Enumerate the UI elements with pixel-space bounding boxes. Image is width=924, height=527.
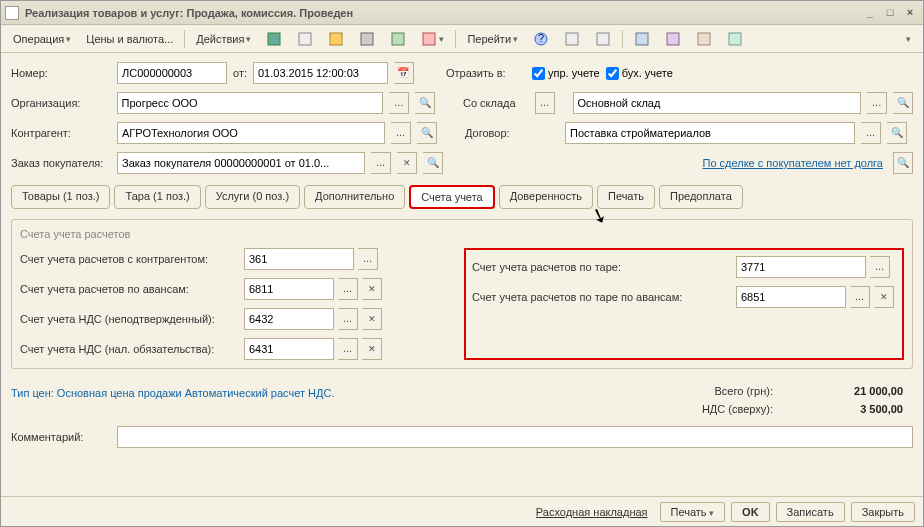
tab-prepay[interactable]: Предоплата bbox=[659, 185, 743, 209]
acc-tare-input[interactable] bbox=[736, 256, 866, 278]
toolbar-icon-6[interactable] bbox=[415, 28, 450, 50]
minimize-button[interactable]: _ bbox=[861, 5, 879, 21]
separator bbox=[622, 30, 623, 48]
deal-link[interactable]: По сделке с покупателем нет долга bbox=[702, 157, 883, 169]
operation-menu[interactable]: Операция bbox=[7, 30, 77, 48]
toolbar-icon-9[interactable] bbox=[628, 28, 656, 50]
counterparty-select-button[interactable] bbox=[391, 122, 411, 144]
contract-input[interactable] bbox=[565, 122, 855, 144]
close-button[interactable]: × bbox=[901, 5, 919, 21]
acc-tare-adv-select[interactable] bbox=[850, 286, 870, 308]
svg-rect-11 bbox=[667, 33, 679, 45]
org-select-button[interactable] bbox=[389, 92, 409, 114]
warehouse-lookup-button[interactable] bbox=[893, 92, 913, 114]
contract-select-button[interactable] bbox=[861, 122, 881, 144]
toolbar-icon-3[interactable] bbox=[322, 28, 350, 50]
acc-vat1-clear[interactable] bbox=[362, 308, 382, 330]
tab-accounts[interactable]: Счета учета bbox=[409, 185, 494, 209]
acc-vat2-input[interactable] bbox=[244, 338, 334, 360]
invoice-link[interactable]: Расходная накладная bbox=[536, 506, 648, 518]
warehouse-input[interactable] bbox=[573, 92, 862, 114]
total-label: Всего (грн): bbox=[715, 385, 774, 397]
toolbar-icon-11[interactable] bbox=[690, 28, 718, 50]
toolbar-more[interactable] bbox=[900, 31, 917, 47]
toolbar-icon-2[interactable] bbox=[291, 28, 319, 50]
tab-services[interactable]: Услуги (0 поз.) bbox=[205, 185, 300, 209]
toolbar-icon-10[interactable] bbox=[659, 28, 687, 50]
order-input[interactable] bbox=[117, 152, 365, 174]
comment-input[interactable] bbox=[117, 426, 913, 448]
close-form-button[interactable]: Закрыть bbox=[851, 502, 915, 522]
org-lookup-button[interactable] bbox=[415, 92, 435, 114]
warehouse-select-button[interactable] bbox=[867, 92, 887, 114]
acc-advance-select[interactable] bbox=[338, 278, 358, 300]
svg-text:?: ? bbox=[538, 32, 544, 44]
toolbar-icon-4[interactable] bbox=[353, 28, 381, 50]
svg-rect-12 bbox=[698, 33, 710, 45]
tab-proxy[interactable]: Доверенность bbox=[499, 185, 593, 209]
toolbar-icon-5[interactable] bbox=[384, 28, 412, 50]
tare-accounts-highlight: Счет учета расчетов по таре: Счет учета … bbox=[464, 248, 904, 360]
acc-vat1-label: Счет учета НДС (неподтвержденный): bbox=[20, 313, 240, 325]
acc-tare-label: Счет учета расчетов по таре: bbox=[472, 261, 732, 273]
counterparty-input[interactable] bbox=[117, 122, 385, 144]
warehouse-type-button[interactable] bbox=[535, 92, 555, 114]
acc-vat1-select[interactable] bbox=[338, 308, 358, 330]
content-area: Номер: от: Отразить в: упр. учете бух. у… bbox=[1, 53, 923, 496]
acc-vat1-input[interactable] bbox=[244, 308, 334, 330]
buh-checkbox[interactable]: бух. учете bbox=[606, 67, 673, 80]
help-icon[interactable]: ? bbox=[527, 28, 555, 50]
svg-rect-0 bbox=[268, 33, 280, 45]
accounts-group: Счета учета расчетов Счет учета расчетов… bbox=[11, 219, 913, 369]
tab-additional[interactable]: Дополнительно bbox=[304, 185, 405, 209]
upr-checkbox[interactable]: упр. учете bbox=[532, 67, 600, 80]
order-select-button[interactable] bbox=[371, 152, 391, 174]
acc-advance-label: Счет учета расчетов по авансам: bbox=[20, 283, 240, 295]
totals: Всего (грн): 21 000,00 НДС (сверху): 3 5… bbox=[702, 385, 913, 415]
deal-lookup-button[interactable] bbox=[893, 152, 913, 174]
toolbar-icon-7[interactable] bbox=[558, 28, 586, 50]
acc-advance-clear[interactable] bbox=[362, 278, 382, 300]
counterparty-lookup-button[interactable] bbox=[417, 122, 437, 144]
goto-menu[interactable]: Перейти bbox=[461, 30, 524, 48]
actions-menu[interactable]: Действия bbox=[190, 30, 257, 48]
acc-counter-select[interactable] bbox=[358, 248, 378, 270]
print-button[interactable]: Печать bbox=[660, 502, 726, 522]
calendar-button[interactable] bbox=[394, 62, 414, 84]
acc-counter-input[interactable] bbox=[244, 248, 354, 270]
order-clear-button[interactable] bbox=[397, 152, 417, 174]
prices-button[interactable]: Цены и валюта... bbox=[80, 30, 179, 48]
reflect-label: Отразить в: bbox=[446, 67, 526, 79]
toolbar-icon-8[interactable] bbox=[589, 28, 617, 50]
tab-goods[interactable]: Товары (1 поз.) bbox=[11, 185, 110, 209]
acc-vat2-select[interactable] bbox=[338, 338, 358, 360]
number-input[interactable] bbox=[117, 62, 227, 84]
svg-rect-13 bbox=[729, 33, 741, 45]
order-lookup-button[interactable] bbox=[423, 152, 443, 174]
date-input[interactable] bbox=[253, 62, 388, 84]
acc-tare-adv-clear[interactable] bbox=[874, 286, 894, 308]
save-button[interactable]: Записать bbox=[776, 502, 845, 522]
vat-label: НДС (сверху): bbox=[702, 403, 773, 415]
tab-tare[interactable]: Тара (1 поз.) bbox=[114, 185, 200, 209]
acc-tare-adv-input[interactable] bbox=[736, 286, 846, 308]
price-type-link[interactable]: Тип цен: Основная цена продажи Автоматич… bbox=[11, 387, 334, 399]
svg-rect-4 bbox=[392, 33, 404, 45]
svg-rect-9 bbox=[597, 33, 609, 45]
ok-button[interactable]: OK bbox=[731, 502, 770, 522]
toolbar-icon-1[interactable] bbox=[260, 28, 288, 50]
maximize-button[interactable]: □ bbox=[881, 5, 899, 21]
acc-vat2-clear[interactable] bbox=[362, 338, 382, 360]
separator bbox=[455, 30, 456, 48]
separator bbox=[184, 30, 185, 48]
svg-rect-5 bbox=[423, 33, 435, 45]
acc-tare-select[interactable] bbox=[870, 256, 890, 278]
svg-rect-10 bbox=[636, 33, 648, 45]
toolbar-icon-12[interactable] bbox=[721, 28, 749, 50]
comment-label: Комментарий: bbox=[11, 431, 111, 443]
acc-advance-input[interactable] bbox=[244, 278, 334, 300]
counterparty-label: Контрагент: bbox=[11, 127, 111, 139]
org-input[interactable] bbox=[117, 92, 384, 114]
contract-lookup-button[interactable] bbox=[887, 122, 907, 144]
main-window: Реализация товаров и услуг: Продажа, ком… bbox=[0, 0, 924, 527]
